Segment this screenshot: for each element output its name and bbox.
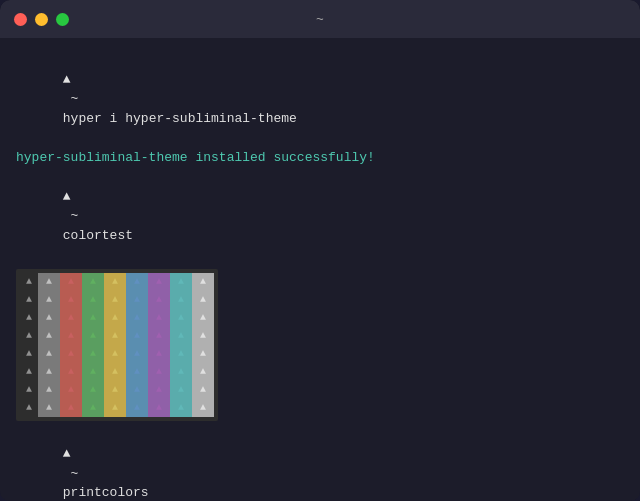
command-text: hyper i hyper-subliminal-theme xyxy=(63,111,297,126)
prompt-arrow: ▲ xyxy=(63,72,71,87)
terminal-output: hyper-subliminal-theme installed success… xyxy=(16,148,624,168)
terminal-body[interactable]: ▲ ~ hyper i hyper-subliminal-theme hyper… xyxy=(0,38,640,501)
traffic-lights xyxy=(14,13,69,26)
command-text: printcolors xyxy=(63,485,149,500)
window-title: ~ xyxy=(316,12,324,27)
titlebar: ~ xyxy=(0,0,640,38)
close-button[interactable] xyxy=(14,13,27,26)
terminal-line: ▲ ~ hyper i hyper-subliminal-theme xyxy=(16,50,624,148)
terminal-line: ▲ ~ printcolors xyxy=(16,425,624,502)
command-text: colortest xyxy=(63,228,133,243)
minimize-button[interactable] xyxy=(35,13,48,26)
terminal-window: ~ ▲ ~ hyper i hyper-subliminal-theme hyp… xyxy=(0,0,640,501)
maximize-button[interactable] xyxy=(56,13,69,26)
terminal-line: ▲ ~ colortest xyxy=(16,167,624,265)
color-grid: // Build the color grid programmatically… xyxy=(16,269,218,421)
